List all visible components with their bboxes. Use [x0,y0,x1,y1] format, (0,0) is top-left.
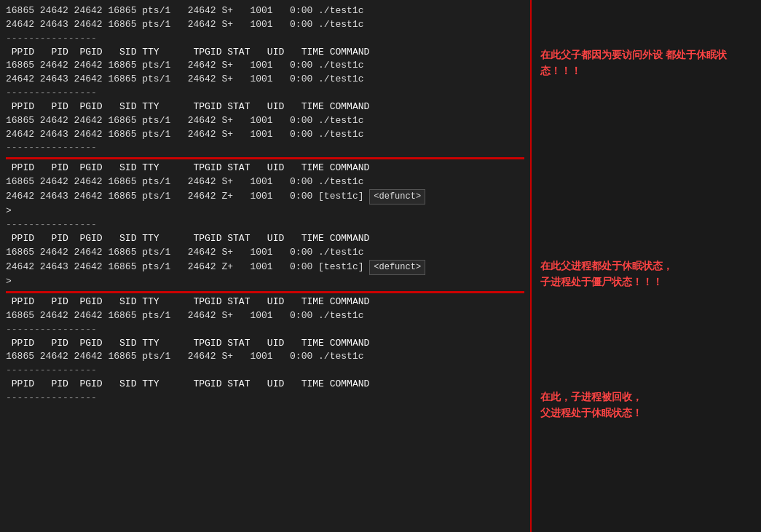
term-line: 16865 24642 24642 16865 pts/1 24642 S+ 1… [6,4,524,18]
annotation-1: 在此父子都因为要访问外设 都处于休眠状态！！！ [540,47,761,80]
term-header: PPID PID PGID SID TTY TPGID STAT UID TIM… [6,232,524,246]
section-0: 16865 24642 24642 16865 pts/1 24642 S+ 1… [6,4,524,46]
red-divider-2 [6,291,524,293]
term-line-defunct-2: 24642 24643 24642 16865 pts/1 24642 Z+ 1… [6,260,524,275]
main-container: 16865 24642 24642 16865 pts/1 24642 S+ 1… [0,0,761,532]
term-separator: ---------------- [6,323,524,337]
term-line: 16865 24642 24642 16865 pts/1 24642 S+ 1… [6,309,524,323]
section-5: PPID PID PGID SID TTY TPGID STAT UID TIM… [6,295,524,337]
term-line: 16865 24642 24642 16865 pts/1 24642 S+ 1… [6,246,524,260]
term-line: 24642 24643 24642 16865 pts/1 24642 S+ 1… [6,18,524,32]
term-separator: ---------------- [6,364,524,378]
term-line: 16865 24642 24642 16865 pts/1 24642 S+ 1… [6,114,524,128]
term-line: > [6,275,524,289]
term-separator: ---------------- [6,141,524,155]
term-separator: ---------------- [6,32,524,46]
term-separator: ---------------- [6,218,524,232]
annotations-panel: 在此父子都因为要访问外设 都处于休眠状态！！！ 在此父进程都处于休眠状态，子进程… [532,0,761,532]
section-6: PPID PID PGID SID TTY TPGID STAT UID TIM… [6,337,524,378]
section-2: PPID PID PGID SID TTY TPGID STAT UID TIM… [6,100,524,155]
defunct-badge-1: <defunct> [369,189,425,205]
term-separator: ---------------- [6,392,524,405]
term-line: 16865 24642 24642 16865 pts/1 24642 S+ 1… [6,59,524,73]
annotation-2: 在此父进程都处于休眠状态，子进程处于僵尸状态！！！ [540,258,673,291]
term-header: PPID PID PGID SID TTY TPGID STAT UID TIM… [6,295,524,309]
term-header: PPID PID PGID SID TTY TPGID STAT UID TIM… [6,337,524,351]
term-header: PPID PID PGID SID TTY TPGID STAT UID TIM… [6,100,524,114]
term-header: PPID PID PGID SID TTY TPGID STAT UID TIM… [6,378,524,392]
red-divider-1 [6,157,524,159]
section-3: PPID PID PGID SID TTY TPGID STAT UID TIM… [6,162,524,218]
terminal-panel: 16865 24642 24642 16865 pts/1 24642 S+ 1… [0,0,532,532]
term-line: 16865 24642 24642 16865 pts/1 24642 S+ 1… [6,175,524,189]
term-separator: ---------------- [6,87,524,100]
term-line: > [6,205,524,218]
term-line-defunct-1: 24642 24643 24642 16865 pts/1 24642 Z+ 1… [6,189,524,205]
defunct-badge-2: <defunct> [369,260,425,275]
section-7: PPID PID PGID SID TTY TPGID STAT UID TIM… [6,378,524,405]
annotation-3: 在此，子进程被回收，父进程处于休眠状态！ [540,389,642,422]
section-1: PPID PID PGID SID TTY TPGID STAT UID TIM… [6,46,524,100]
term-header: PPID PID PGID SID TTY TPGID STAT UID TIM… [6,46,524,60]
term-header: PPID PID PGID SID TTY TPGID STAT UID TIM… [6,162,524,175]
section-4: ---------------- PPID PID PGID SID TTY T… [6,218,524,289]
term-line: 16865 24642 24642 16865 pts/1 24642 S+ 1… [6,350,524,364]
term-line: 24642 24643 24642 16865 pts/1 24642 S+ 1… [6,73,524,87]
term-line: 24642 24643 24642 16865 pts/1 24642 S+ 1… [6,128,524,142]
